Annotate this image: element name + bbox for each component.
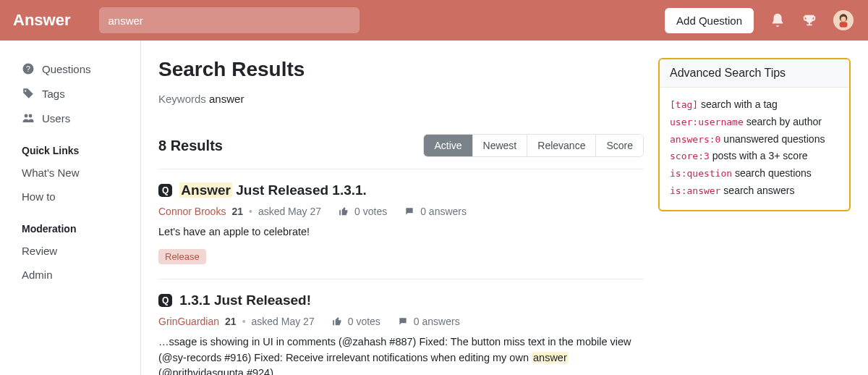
answers-count: 0 answers [414, 316, 460, 327]
svg-point-7 [29, 114, 33, 118]
svg-text:?: ? [26, 64, 30, 73]
bell-icon[interactable] [770, 12, 786, 28]
author-link[interactable]: Connor Brooks [158, 206, 226, 217]
highlight: Answer [179, 182, 232, 198]
logo[interactable]: Answer [13, 11, 70, 30]
tip-row: score:3 posts with a 3+ score [670, 148, 839, 165]
tab-score[interactable]: Score [595, 135, 643, 156]
votes: 0 votes [354, 206, 387, 217]
sidebar-item-label: Tags [42, 88, 65, 100]
result-meta: GrinGuardian 21 • asked May 27 0 votes 0… [158, 316, 644, 327]
add-question-button[interactable]: Add Question [665, 8, 754, 33]
moderation-review[interactable]: Review [0, 239, 140, 263]
tips-heading: Advanced Search Tips [660, 59, 849, 88]
result-excerpt: …ssage is showing in UI in comments (@za… [158, 334, 644, 375]
tip-row: [tag] search with a tag [670, 96, 839, 114]
content: Search Results Keywords answer 8 Results… [158, 58, 644, 375]
result-meta: Connor Brooks 21 • asked May 27 0 votes … [158, 206, 644, 217]
tip-row: is:question search questions [670, 165, 839, 182]
svg-point-2 [841, 17, 846, 22]
sidebar-item-label: Users [42, 112, 70, 125]
quick-link-how-to[interactable]: How to [0, 185, 140, 208]
results-header: 8 Results Active Newest Relevance Score [158, 134, 644, 157]
moderation-heading: Moderation [0, 208, 140, 239]
svg-rect-3 [840, 22, 848, 28]
author-rep: 21 [225, 316, 237, 327]
topbar: Answer Add Question [0, 0, 868, 41]
thumb-up-icon [339, 206, 349, 216]
tab-active[interactable]: Active [424, 135, 472, 156]
answers-count: 0 answers [420, 206, 467, 217]
tag-icon [22, 87, 35, 100]
question-circle-icon: ? [22, 62, 35, 75]
search-wrap [99, 7, 359, 33]
keywords-value: answer [209, 93, 244, 105]
avatar[interactable] [833, 10, 854, 30]
question-badge: Q [158, 294, 172, 307]
sidebar: ? Questions Tags Users Quick Links What'… [0, 41, 141, 375]
moderation-admin[interactable]: Admin [0, 263, 140, 287]
quick-link-whats-new[interactable]: What's New [0, 161, 140, 185]
question-badge: Q [158, 184, 172, 197]
author-link[interactable]: GrinGuardian [158, 316, 219, 327]
topbar-right: Add Question [665, 8, 854, 33]
result-title[interactable]: Q Answer Just Released 1.3.1. [158, 182, 644, 198]
main: Search Results Keywords answer 8 Results… [141, 41, 868, 375]
sidebar-item-users[interactable]: Users [0, 106, 140, 130]
asked-time: asked May 27 [258, 206, 321, 217]
highlight: answer [532, 352, 569, 363]
comment-icon [404, 206, 414, 216]
author-rep: 21 [231, 206, 243, 217]
quick-links-heading: Quick Links [0, 130, 140, 161]
votes: 0 votes [348, 316, 380, 327]
asked-time: asked May 27 [252, 316, 315, 327]
search-result: Q Answer Just Released 1.3.1. Connor Bro… [158, 169, 644, 279]
result-title[interactable]: Q 1.3.1 Just Released! [158, 292, 644, 308]
keywords-line: Keywords answer [158, 93, 644, 105]
search-result: Q 1.3.1 Just Released! GrinGuardian 21 •… [158, 279, 644, 375]
thumb-up-icon [332, 316, 342, 326]
trophy-icon[interactable] [801, 12, 817, 28]
svg-point-6 [25, 114, 28, 118]
tip-row: answers:0 unanswered questions [670, 131, 839, 148]
result-title-text: Answer Just Released 1.3.1. [179, 182, 367, 198]
users-icon [22, 111, 35, 125]
tip-row: user:username search by author [670, 114, 839, 131]
sidebar-item-label: Questions [42, 63, 91, 75]
keywords-label: Keywords [158, 93, 206, 105]
tab-relevance[interactable]: Relevance [527, 135, 595, 156]
sidebar-item-questions[interactable]: ? Questions [0, 56, 140, 81]
tip-row: is:answer search answers [670, 182, 839, 200]
tab-newest[interactable]: Newest [472, 135, 527, 156]
results-count: 8 Results [158, 138, 223, 154]
page-title: Search Results [158, 58, 644, 81]
sidebar-item-tags[interactable]: Tags [0, 81, 140, 106]
tag-release[interactable]: Release [158, 249, 206, 264]
right-panel: Advanced Search Tips [tag] search with a… [658, 58, 851, 375]
result-excerpt: Let's have an apple to celebrate! [158, 224, 644, 240]
search-input[interactable] [99, 7, 359, 33]
sort-tabs: Active Newest Relevance Score [423, 134, 644, 157]
result-title-text: 1.3.1 Just Released! [179, 292, 311, 308]
comment-icon [398, 316, 408, 326]
tips-body: [tag] search with a tag user:username se… [660, 88, 849, 210]
advanced-search-tips: Advanced Search Tips [tag] search with a… [658, 58, 851, 211]
